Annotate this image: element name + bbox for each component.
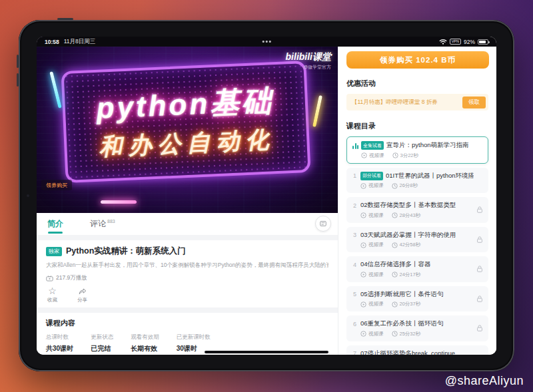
- video-coupon-badge[interactable]: 领券购买: [41, 180, 72, 190]
- episode-type: 视频课: [368, 212, 384, 219]
- section-divider: [37, 307, 338, 313]
- episode-duration: 3分22秒: [400, 152, 419, 159]
- claim-coupon-button[interactable]: 领取: [462, 97, 486, 108]
- neon-title-line2: 和办公自动化: [98, 124, 275, 162]
- video-player[interactable]: python基础 和办公自动化 bilibili课堂 @微学堂官方 领券购买: [37, 37, 338, 213]
- video-type-icon: [360, 272, 366, 278]
- promo-row[interactable]: 【11月特惠】哔哩哔哩课堂 8 折券 领取: [346, 94, 488, 110]
- play-count: 217.9万播放: [56, 274, 87, 282]
- episode-number: 7: [352, 350, 358, 355]
- episode-number: 3: [352, 232, 358, 238]
- video-type-icon: [360, 212, 366, 218]
- watermark: @shareAliyun: [445, 374, 524, 388]
- stat-validity: 观看有效期 长期有效: [131, 333, 159, 353]
- front-camera: [27, 194, 29, 197]
- clock-icon: [392, 183, 398, 189]
- status-time: 10:58: [45, 39, 59, 45]
- exclusive-badge: 独家: [46, 247, 62, 256]
- episode-number: 4: [352, 262, 358, 268]
- clock-icon: [392, 242, 398, 248]
- wifi-icon: [439, 39, 447, 45]
- episode-card[interactable]: 2 02数据存储类型多丨基本数据类型 视频课 28分43秒: [346, 197, 488, 223]
- lock-icon: [476, 236, 484, 244]
- video-type-icon: [360, 242, 366, 248]
- promo-section-title: 优惠活动: [346, 79, 488, 89]
- episode-number: 1: [352, 172, 358, 179]
- episode-type: 视频课: [368, 272, 384, 278]
- purchase-panel: 领券购买 102.4 B币 优惠活动 【11月特惠】哔哩哔哩课堂 8 折券 领取…: [338, 47, 496, 355]
- episode-type: 视频课: [369, 152, 384, 159]
- multitask-indicator-icon[interactable]: [263, 41, 271, 43]
- episode-card[interactable]: 3 03天赋武器必掌握丨字符串的使用 视频课 42分58秒: [346, 227, 488, 253]
- video-type-icon: [360, 331, 366, 337]
- clock-icon: [392, 301, 398, 307]
- ipad-device: 10:58 11月8日周三 VPN 92% python基础 和办公自动化: [19, 20, 514, 371]
- episode-card[interactable]: 5 05选择判断就用它丨条件语句 视频课 20分37秒: [346, 286, 488, 312]
- episode-card[interactable]: 7 07停止循环姿势多break_continue 视频课: [346, 345, 488, 355]
- video-type-icon: [361, 152, 367, 158]
- home-indicator[interactable]: [205, 351, 328, 353]
- episode-card[interactable]: 1 部分试看 01IT世界的武器丨python环境搭建_第一个 视频课 26分8…: [346, 168, 488, 194]
- status-date: 11月8日周三: [64, 38, 96, 46]
- course-description: 大家和Allen一起从新手村出发，用四个章节、10个案例解锁各种学习Python…: [46, 262, 328, 270]
- video-type-icon: [360, 183, 366, 189]
- episode-type: 视频课: [368, 301, 384, 307]
- clock-icon: [392, 331, 398, 337]
- tabs-row: 简介 评论883: [37, 213, 338, 235]
- trial-badge: 全集试看: [361, 141, 384, 150]
- lock-icon: [476, 295, 484, 303]
- stat-total-lessons: 总课时数 共30课时: [46, 333, 73, 353]
- promo-text: 【11月特惠】哔哩哔哩课堂 8 折券: [352, 98, 462, 106]
- episode-title: 05选择判断就用它丨条件语句: [360, 290, 444, 299]
- episode-title: 07停止循环姿势多break_continue: [360, 349, 455, 355]
- coupon-float-button[interactable]: [315, 216, 331, 232]
- course-content-section: 课程内容 总课时数 共30课时 更新状态 已完结 观看有效期 长期有效: [37, 313, 338, 355]
- course-content-title: 课程内容: [46, 318, 328, 328]
- vpn-badge: VPN: [450, 39, 461, 45]
- buy-button[interactable]: 领券购买 102.4 B币: [346, 51, 489, 69]
- status-bar: 10:58 11月8日周三 VPN 92%: [37, 37, 496, 47]
- episode-card[interactable]: 4 04信息存储选择多丨容器 视频课 24分17秒: [346, 256, 488, 282]
- section-divider: [37, 235, 338, 240]
- episode-number: 6: [352, 321, 358, 327]
- episode-list: 全集试看 宣导片：python萌新学习指南 视频课 3分22秒 1 部分试看: [346, 136, 488, 355]
- episode-duration: 42分58秒: [400, 242, 421, 248]
- episode-type: 视频课: [368, 331, 384, 337]
- episode-duration: 20分37秒: [400, 301, 421, 307]
- neon-title-line1: python基础: [95, 81, 274, 128]
- episode-card[interactable]: 6 06重复工作必杀技丨循环语句 视频课 25分32秒: [346, 315, 488, 341]
- neon-tube-pink: [101, 200, 137, 204]
- volume-down-button[interactable]: [17, 73, 19, 87]
- clock-icon: [392, 152, 398, 158]
- episode-title: 02数据存储类型多丨基本数据类型: [360, 201, 456, 210]
- favorite-button[interactable]: ☆ 收藏: [47, 287, 57, 303]
- tab-comments[interactable]: 评论883: [90, 218, 115, 230]
- episode-title: 03天赋武器必掌握丨字符串的使用: [360, 231, 456, 240]
- episode-number: 2: [352, 202, 358, 209]
- lock-icon: [476, 265, 484, 273]
- stat-update-status: 更新状态 已完结: [91, 333, 113, 353]
- clock-icon: [392, 212, 398, 218]
- episode-type: 视频课: [368, 242, 384, 248]
- episode-title: 01IT世界的武器丨python环境搭建_第一个: [386, 172, 474, 180]
- intro-section: 独家 Python实战精讲：萌新系统入门 大家和Allen一起从新手村出发，用四…: [37, 240, 338, 307]
- logo-subtitle: @微学堂官方: [286, 64, 331, 71]
- volume-up-button[interactable]: [17, 55, 19, 68]
- episode-card[interactable]: 全集试看 宣导片：python萌新学习指南 视频课 3分22秒: [346, 136, 488, 164]
- share-button[interactable]: 分享: [77, 287, 87, 303]
- episode-type: 视频课: [368, 182, 384, 189]
- power-button[interactable]: [57, 18, 73, 20]
- video-type-icon: [360, 301, 366, 307]
- battery-icon: [478, 39, 488, 45]
- ticket-icon: [319, 220, 327, 228]
- star-icon: ☆: [48, 287, 57, 295]
- tab-intro[interactable]: 简介: [46, 214, 65, 234]
- course-info-panel: 简介 评论883 独家 Python实战精讲：萌新系统入门 大家和Allen一起…: [37, 213, 338, 355]
- episode-duration: 24分17秒: [400, 272, 421, 278]
- lock-icon: [476, 206, 484, 214]
- course-title: Python实战精讲：萌新系统入门: [66, 246, 186, 257]
- bilibili-classroom-logo: bilibili课堂 @微学堂官方: [286, 51, 331, 71]
- episode-duration: 25分32秒: [400, 331, 421, 337]
- play-count-icon: [46, 276, 53, 282]
- episode-title: 04信息存储选择多丨容器: [360, 260, 431, 269]
